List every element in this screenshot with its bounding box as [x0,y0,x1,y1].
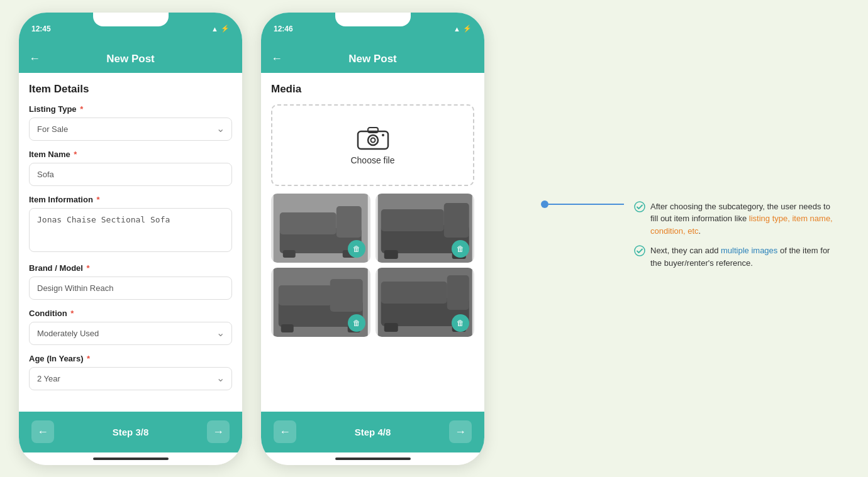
listing-type-select-wrapper: For Sale For Rent Free [29,118,232,141]
phone1-prev-button[interactable]: ← [31,420,54,443]
trash-icon-3: 🗑 [353,319,360,327]
phone1-time: 12:45 [31,25,51,33]
brand-model-label: Brand / Model * [29,263,232,273]
annotation-area: After choosing the subcategory, the user… [503,200,849,277]
annotation-text-2: Next, they can add multiple images of th… [650,244,837,269]
svg-rect-21 [281,324,294,332]
item-name-input[interactable] [29,163,232,186]
condition-label: Condition * [29,309,232,318]
delete-button-2[interactable]: 🗑 [452,240,469,258]
wifi-icon-2: ▲ [453,25,460,33]
image-thumb-1: 🗑 [271,194,370,263]
horizontal-line [548,204,624,205]
age-label: Age (In Years) * [29,354,232,363]
item-name-label: Item Name * [29,150,232,159]
annotation-highlight-blue: multiple images [721,246,777,255]
age-group: Age (In Years) * 1 Year 2 Year 3 Year 4 … [29,354,232,390]
phone1-nav-bar: ← New Post [19,45,242,73]
choose-file-button[interactable]: Choose file [271,104,474,186]
svg-rect-8 [337,206,362,238]
wifi-icon: ▲ [211,25,218,33]
svg-rect-7 [280,212,337,234]
svg-rect-14 [443,203,469,238]
phone-1: 12:45 ▲ ⚡ ← New Post Item Details Listin… [19,13,242,465]
choose-file-label: Choose file [350,155,394,165]
image-thumb-3: 🗑 [271,268,370,337]
svg-point-1 [368,135,378,145]
phone1-notch [93,13,169,26]
condition-select-wrapper: Like New Lightly Used Moderately Used He… [29,322,232,345]
phone2-status-bar: 12:46 ▲ ⚡ [261,13,484,45]
check-circle-icon-2 [634,245,645,256]
listing-type-select[interactable]: For Sale For Rent Free [29,118,232,141]
svg-rect-13 [381,209,443,231]
home-bar [93,458,169,460]
condition-select[interactable]: Like New Lightly Used Moderately Used He… [29,322,232,345]
svg-rect-25 [381,282,447,304]
phone1-back-button[interactable]: ← [29,52,40,65]
home-bar-2 [335,458,411,460]
phone-2: 12:46 ▲ ⚡ ← New Post Media [261,13,484,465]
delete-button-4[interactable]: 🗑 [452,314,469,332]
svg-rect-19 [279,285,332,305]
svg-rect-15 [384,250,398,259]
svg-rect-26 [447,275,469,310]
phone2-home-indicator [261,452,484,465]
phone2-back-button[interactable]: ← [271,52,282,65]
listing-type-label: Listing Type * [29,104,232,114]
item-information-label: Item Information * [29,195,232,204]
delete-button-1[interactable]: 🗑 [348,240,365,258]
annotation-text-box: After choosing the subcategory, the user… [634,200,837,277]
svg-rect-20 [330,279,363,312]
delete-button-3[interactable]: 🗑 [348,314,365,332]
listing-type-required: * [78,104,84,114]
brand-model-group: Brand / Model * [29,263,232,300]
phone1-step-label: Step 3/8 [113,427,149,437]
image-thumb-4: 🗑 [376,268,475,337]
trash-icon-2: 🗑 [457,244,464,253]
phone1-title: New Post [106,53,155,65]
check-circle-icon-1 [634,201,645,212]
age-select[interactable]: 1 Year 2 Year 3 Year 4 Year 5+ Year [29,367,232,390]
phone2-status-icons: ▲ ⚡ [453,25,472,33]
phone2-section-title: Media [271,83,474,96]
battery-icon-2: ⚡ [463,25,472,33]
svg-point-4 [382,134,384,136]
listing-type-group: Listing Type * For Sale For Rent Free [29,104,232,141]
brand-model-input[interactable] [29,277,232,300]
item-information-group: Item Information * Jonas Chaise Sectiona… [29,195,232,255]
phone1-home-indicator [19,452,242,465]
camera-icon [357,125,389,150]
phone2-time: 12:46 [274,25,293,33]
svg-point-2 [370,138,375,142]
blue-dot [541,200,548,208]
phone1-content: Item Details Listing Type * For Sale For… [19,73,242,412]
annotation-highlight-orange: listing type, item name, condition, etc [650,214,833,236]
annotation-item-2: Next, they can add multiple images of th… [634,244,837,269]
annotation-item-1: After choosing the subcategory, the user… [634,200,837,238]
svg-point-30 [635,246,645,256]
trash-icon-4: 🗑 [457,319,464,327]
phone2-prev-button[interactable]: ← [274,420,296,443]
phone1-status-bar: 12:45 ▲ ⚡ [19,13,242,45]
phone2-title: New Post [348,53,397,65]
item-name-group: Item Name * [29,150,232,186]
phone1-status-icons: ▲ ⚡ [211,25,230,33]
phone1-section-title: Item Details [29,83,232,96]
trash-icon-1: 🗑 [353,244,360,253]
phone2-notch [335,13,411,26]
image-thumb-2: 🗑 [376,194,475,263]
image-grid: 🗑 🗑 [271,194,474,337]
phone2-step-label: Step 4/8 [355,427,391,437]
annotation-text-1: After choosing the subcategory, the user… [650,200,837,238]
phone2-next-button[interactable]: → [449,420,472,443]
phone1-next-button[interactable]: → [207,420,230,443]
item-information-textarea[interactable]: Jonas Chaise Sectional Sofa [29,208,232,252]
left-arrow-icon-2: ← [279,425,291,439]
left-arrow-icon: ← [37,425,48,439]
age-select-wrapper: 1 Year 2 Year 3 Year 4 Year 5+ Year [29,367,232,390]
svg-rect-9 [283,250,296,258]
phone2-bottom-bar: ← Step 4/8 → [261,412,484,452]
condition-group: Condition * Like New Lightly Used Modera… [29,309,232,345]
annotation-line-container: After choosing the subcategory, the user… [541,200,837,277]
